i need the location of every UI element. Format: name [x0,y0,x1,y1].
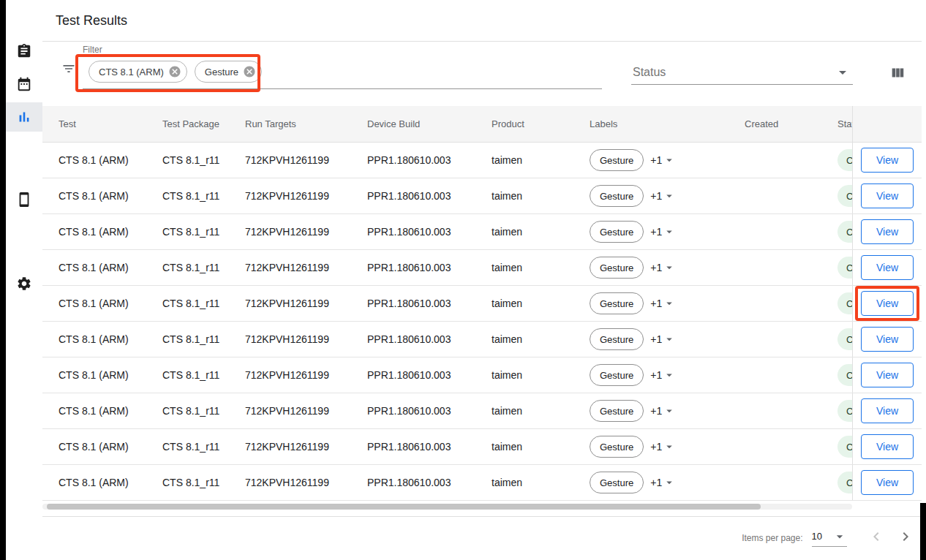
cell-test: CTS 8.1 (ARM) [59,369,162,381]
label-chip[interactable]: Gesture [590,472,644,493]
sidebar-item-settings[interactable] [6,269,42,298]
view-button[interactable]: View [861,183,914,208]
table-body: CTS 8.1 (ARM) CTS 8.1_r11 712KPVH1261199… [42,143,922,501]
table-row: CTS 8.1 (ARM) CTS 8.1_r11 712KPVH1261199… [42,465,922,501]
cell-labels: Gesture +1 [590,149,745,171]
cell-labels: Gesture +1 [590,472,745,493]
cell-test: CTS 8.1 (ARM) [59,226,162,238]
more-labels-dropdown[interactable]: +1 [650,404,676,417]
more-labels-dropdown[interactable]: +1 [650,368,676,382]
status-filter-select[interactable]: Status [631,61,853,85]
sidebar-item-schedules[interactable] [6,69,42,99]
cell-device-build: PPR1.180610.003 [367,441,492,453]
cell-test: CTS 8.1 (ARM) [59,190,162,202]
view-button[interactable]: View [861,434,914,459]
cell-test: CTS 8.1 (ARM) [59,333,162,345]
cell-device-build: PPR1.180610.003 [367,369,492,381]
cell-product: taimen [492,298,590,309]
main-content: Test Results Filter CTS 8.1 (ARM) Gestur… [42,0,922,560]
view-button-wrap: View [861,434,914,459]
view-button-wrap: View [861,291,914,316]
more-labels-dropdown[interactable]: +1 [650,261,676,274]
cell-run-targets: 712KPVH1261199 [245,441,367,453]
table-row: CTS 8.1 (ARM) CTS 8.1_r11 712KPVH1261199… [42,178,922,214]
status-chip: C [837,364,852,386]
more-labels-dropdown[interactable]: +1 [650,154,676,167]
filter-icon[interactable] [61,61,76,78]
cell-run-targets: 712KPVH1261199 [245,333,367,345]
chevron-down-icon [663,404,676,417]
view-button[interactable]: View [861,327,914,352]
chevron-down-icon [663,261,676,274]
more-labels-dropdown[interactable]: +1 [650,476,676,489]
view-button[interactable]: View [861,291,914,316]
chevron-down-icon [663,189,676,203]
status-chip: C [837,436,852,458]
cell-actions: View [852,178,922,213]
horizontal-scrollbar[interactable] [42,504,852,510]
more-labels-dropdown[interactable]: +1 [650,189,676,203]
chevron-down-icon [663,440,676,453]
table-row: CTS 8.1 (ARM) CTS 8.1_r11 712KPVH1261199… [42,429,922,465]
label-chip[interactable]: Gesture [590,400,644,422]
more-labels-dropdown[interactable]: +1 [650,225,676,238]
view-button[interactable]: View [861,398,914,423]
cell-test-package: CTS 8.1_r11 [162,441,245,453]
cell-run-targets: 712KPVH1261199 [245,190,367,202]
view-button[interactable]: View [861,255,914,280]
cell-status: C [837,400,852,422]
col-header-status: Stat [837,118,852,129]
status-select-placeholder: Status [633,66,666,79]
cell-actions: View [852,357,922,393]
cell-status: C [837,257,852,279]
view-button[interactable]: View [861,219,914,244]
cell-labels: Gesture +1 [590,257,745,279]
cell-actions: View [852,250,922,285]
chevron-down-icon [832,529,847,544]
more-labels-dropdown[interactable]: +1 [650,333,676,346]
sidebar-item-test-results[interactable] [6,102,42,132]
cell-product: taimen [492,262,590,273]
filter-chip-cts[interactable]: CTS 8.1 (ARM) [89,61,187,83]
view-columns-icon[interactable] [889,65,906,83]
cell-test: CTS 8.1 (ARM) [59,441,162,453]
chevron-down-icon [834,64,851,81]
view-button[interactable]: View [861,148,914,173]
sidebar-item-devices[interactable] [6,185,42,214]
col-header-test: Test [59,118,162,129]
cell-test: CTS 8.1 (ARM) [59,154,162,166]
more-labels-dropdown[interactable]: +1 [650,440,676,453]
table-header-row: Test Test Package Run Targets Device Bui… [42,106,922,143]
view-button[interactable]: View [861,363,914,387]
cell-run-targets: 712KPVH1261199 [245,477,367,488]
filter-chip-gesture[interactable]: Gesture [195,61,262,83]
label-chip[interactable]: Gesture [590,328,644,350]
cell-labels: Gesture +1 [590,400,745,422]
items-per-page-select[interactable]: 10 [812,529,847,547]
label-chip[interactable]: Gesture [590,257,644,279]
filter-input-field[interactable]: Filter CTS 8.1 (ARM) Gesture [83,42,602,89]
previous-page-button[interactable] [867,528,885,548]
scrollbar-thumb[interactable] [47,504,761,510]
next-page-button[interactable] [897,528,914,548]
col-header-created: Created [745,118,837,129]
label-chip[interactable]: Gesture [590,292,644,314]
cell-labels: Gesture +1 [590,221,745,243]
label-chip[interactable]: Gesture [590,185,644,207]
sidebar-item-test-plans[interactable] [6,37,42,66]
cell-product: taimen [492,154,590,166]
more-labels-dropdown[interactable]: +1 [650,297,676,310]
remove-chip-icon[interactable] [168,65,181,78]
cell-status: C [837,472,852,493]
remove-chip-icon[interactable] [243,65,256,78]
app-window: Test Results Filter CTS 8.1 (ARM) Gestur… [0,0,926,560]
label-chip[interactable]: Gesture [590,364,644,386]
cell-actions: View [852,286,922,321]
window-left-edge [0,0,6,560]
cell-actions: View [852,465,922,500]
view-button[interactable]: View [861,470,914,495]
label-chip[interactable]: Gesture [590,149,644,171]
cell-test-package: CTS 8.1_r11 [162,298,245,309]
label-chip[interactable]: Gesture [590,221,644,243]
label-chip[interactable]: Gesture [590,436,644,458]
